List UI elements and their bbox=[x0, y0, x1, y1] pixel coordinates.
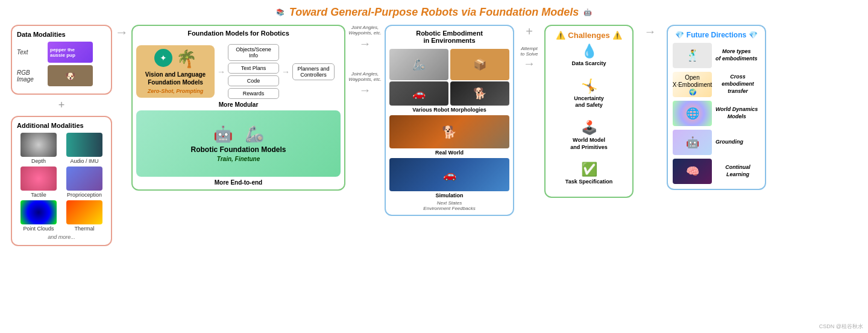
plus-col: + Attemptto Solve → bbox=[517, 25, 541, 71]
future-continual: 🧠 Continual Learning bbox=[673, 159, 760, 184]
grounding-label: Grounding bbox=[715, 139, 743, 146]
attempt-arrow-icon: → bbox=[523, 57, 535, 71]
and-more-text: and more... bbox=[17, 234, 106, 240]
joint-angles-label-2: Joint Angles,Waypoints, etc. bbox=[348, 71, 382, 82]
robot-pair-1: 🦾 📦 bbox=[389, 49, 509, 80]
cross-embodiment-label: Cross embodimenttransfer bbox=[715, 74, 760, 95]
feedback-label: Next StatesEnvironment Feedbacks bbox=[389, 200, 509, 211]
future-grounding: 🤖 Grounding bbox=[673, 130, 760, 155]
future-title: Future Directions bbox=[687, 31, 746, 39]
robotic-embodiment-column: Robotic Embodimentin Environments 🦾 📦 🚗 … bbox=[385, 25, 514, 216]
pointcloud-label: Point Clouds bbox=[23, 226, 54, 232]
continual-thumb: 🧠 bbox=[673, 159, 712, 184]
more-modular-label: More Modular bbox=[136, 101, 341, 108]
data-scarcity-label: Data Scarcity bbox=[571, 60, 606, 68]
arrow-top: Joint Angles,Waypoints, etc. → bbox=[348, 25, 382, 51]
robot-icon-1: 🤖 bbox=[213, 125, 233, 144]
arrow-icon-1: → bbox=[115, 25, 128, 40]
foundation-models-column: Foundation Models for Robotics ✦ 🌴 Visio… bbox=[131, 25, 345, 191]
depth-cell: Depth bbox=[17, 133, 60, 164]
challenge-world-model: 🕹️ World Modeland Primitives bbox=[550, 120, 627, 151]
attempt-label: Attemptto Solve bbox=[521, 46, 538, 57]
challenges-header: ⚠️ Challenges ⚠️ bbox=[550, 31, 627, 40]
vlm-to-outputs-arrow: → bbox=[217, 67, 225, 77]
data-modalities-column: Data Modalities Text pepper the aussie p… bbox=[11, 25, 112, 246]
audio-cell: Audio / IMU bbox=[63, 133, 106, 164]
data-modalities-box: Data Modalities Text pepper the aussie p… bbox=[11, 25, 112, 95]
future-world-dynamics: 🌐 World DynamicsModels bbox=[673, 101, 760, 126]
task-spec-label: Task Specification bbox=[565, 179, 612, 186]
real-world-image: 🐕 bbox=[389, 115, 509, 148]
proprioception-image bbox=[66, 166, 102, 191]
attempt-solve: Attemptto Solve → bbox=[521, 46, 538, 71]
planner-box: Planners and Controllers bbox=[292, 63, 335, 80]
future-directions-column: 💎 Future Directions 💎 🕺 More typesof emb… bbox=[667, 25, 766, 190]
dataset-label-small: Open bbox=[685, 74, 699, 81]
arrow-2-3-col: Joint Angles,Waypoints, etc. → Joint Ang… bbox=[348, 25, 382, 97]
title-icon-right: 🤖 bbox=[583, 8, 592, 16]
thermal-image bbox=[66, 200, 102, 224]
outputs-column: Objects/Scene Info Text Plans Code Rewar… bbox=[228, 44, 279, 99]
arrow-1-2: → bbox=[115, 25, 128, 40]
thermal-cell: Thermal bbox=[63, 200, 106, 232]
outputs-to-planner-arrow: → bbox=[281, 67, 290, 77]
text-label: Text bbox=[17, 49, 44, 56]
robot-pair-2: 🚗 🐕 bbox=[389, 81, 509, 106]
dataset-icon: 🌍 bbox=[689, 89, 696, 95]
output-rewards: Rewards bbox=[228, 88, 279, 99]
real-world-label: Real World bbox=[389, 150, 509, 156]
future-list: 🕺 More typesof embodiments Open X·Embodi… bbox=[673, 43, 760, 184]
audio-label: Audio / IMU bbox=[70, 158, 98, 164]
rgb-label: RGB Image bbox=[17, 69, 44, 83]
vlm-subtitle: Zero-Shot, Prompting bbox=[148, 88, 204, 94]
robot-arm-icon: 🦾 bbox=[245, 125, 264, 144]
proprioception-cell: Proprioception bbox=[63, 166, 106, 198]
output-objects: Objects/Scene Info bbox=[228, 44, 279, 61]
watermark: CSDN @桂谷秋水 bbox=[819, 323, 863, 331]
future-header: 💎 Future Directions 💎 bbox=[673, 31, 760, 39]
proprioception-label: Proprioception bbox=[67, 192, 102, 198]
warning-icon-left: ⚠️ bbox=[556, 31, 565, 40]
depth-image bbox=[20, 133, 57, 157]
rfm-box: 🤖 🦾 Robotic Foundation Models Train, Fin… bbox=[136, 110, 341, 177]
joint-angles-label-1: Joint Angles,Waypoints, etc. bbox=[348, 25, 382, 36]
pointcloud-cell: Point Clouds bbox=[17, 200, 60, 232]
world-model-icon: 🕹️ bbox=[581, 120, 597, 136]
gpt-icon: ✦ bbox=[154, 49, 172, 67]
rfm-icons: 🤖 🦾 bbox=[213, 125, 264, 144]
shelf-image: 📦 bbox=[450, 49, 509, 80]
modality-grid: Depth Audio / IMU Tactile Proprioception bbox=[17, 133, 106, 232]
task-spec-icon: ✅ bbox=[581, 162, 597, 177]
robot-arm-image: 🦾 bbox=[389, 49, 448, 80]
embodiments-label: More typesof embodiments bbox=[715, 48, 758, 62]
foundation-top-row: ✦ 🌴 Vision and Language Foundation Model… bbox=[136, 44, 341, 99]
uncertainty-icon: 🤸 bbox=[581, 78, 597, 94]
vlm-icons: ✦ 🌴 bbox=[154, 49, 197, 69]
title-icon-left: 📚 bbox=[276, 8, 285, 16]
rgb-image: 🐶 bbox=[48, 65, 93, 86]
plus-separator: + bbox=[11, 99, 112, 112]
more-end-to-end-label: More End-to-end bbox=[136, 179, 341, 186]
warning-icon-right: ⚠️ bbox=[612, 31, 622, 40]
arrow-bottom: Joint Angles,Waypoints, etc. → bbox=[348, 71, 382, 97]
palm-icon: 🌴 bbox=[176, 49, 197, 69]
output-text: Text Plans bbox=[228, 63, 279, 74]
world-dynamics-label: World DynamicsModels bbox=[715, 106, 758, 120]
text-modality-row: Text pepper the aussie pup bbox=[17, 42, 106, 63]
arrow-3-4-col: → bbox=[637, 25, 664, 39]
grounding-thumb: 🤖 bbox=[673, 130, 712, 155]
dataset-thumb: Open X·Embodiment 🌍 bbox=[673, 72, 712, 97]
output-code: Code bbox=[228, 75, 279, 86]
tactile-image bbox=[20, 166, 57, 191]
depth-label: Depth bbox=[31, 158, 46, 164]
content-layout: Data Modalities Text pepper the aussie p… bbox=[6, 22, 862, 324]
simulation-label: Simulation bbox=[389, 192, 509, 198]
arrow-icon-2b: → bbox=[359, 83, 371, 97]
main-container: 📚 Toward General-Purpose Robots via Foun… bbox=[0, 0, 868, 333]
pointcloud-image bbox=[20, 200, 57, 224]
dataset-label-main: X·Embodiment bbox=[673, 81, 712, 88]
arrow-icon-2a: → bbox=[359, 37, 371, 51]
arrow-icon-3: → bbox=[644, 25, 656, 39]
main-title: Toward General-Purpose Robots via Founda… bbox=[289, 6, 579, 19]
simulation-image: 🚗 bbox=[389, 158, 509, 191]
